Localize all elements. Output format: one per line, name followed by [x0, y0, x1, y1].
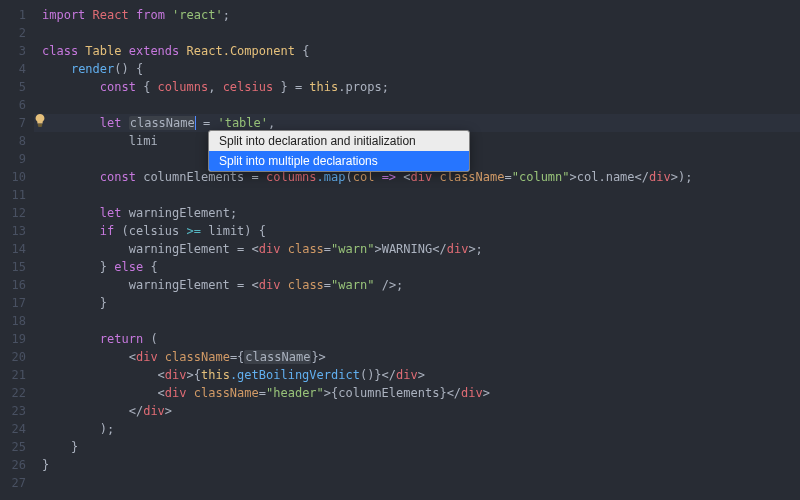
line-number-gutter: 1 2 3 4 5 6 7 8 9 10 11 12 13 14 15 16 1… [0, 0, 34, 500]
code-line[interactable]: let warningElement; [34, 204, 800, 222]
line-number: 6 [0, 96, 26, 114]
line-number: 26 [0, 456, 26, 474]
code-line[interactable]: warningElement = <div class="warn">WARNI… [34, 240, 800, 258]
line-number: 18 [0, 312, 26, 330]
line-number: 2 [0, 24, 26, 42]
line-number: 20 [0, 348, 26, 366]
line-number: 24 [0, 420, 26, 438]
intention-item-split-multiple-declarations[interactable]: Split into multiple declarations [209, 151, 469, 171]
line-number: 12 [0, 204, 26, 222]
code-line[interactable]: class Table extends React.Component { [34, 42, 800, 60]
svg-rect-1 [38, 126, 42, 127]
svg-rect-0 [38, 124, 42, 125]
code-line[interactable] [34, 186, 800, 204]
selected-identifier[interactable]: className [129, 116, 196, 130]
line-number: 1 [0, 6, 26, 24]
code-area[interactable]: import React from 'react'; class Table e… [34, 0, 800, 500]
code-line[interactable]: } [34, 294, 800, 312]
code-line[interactable]: } else { [34, 258, 800, 276]
code-line[interactable]: } [34, 438, 800, 456]
line-number: 22 [0, 384, 26, 402]
code-line[interactable]: render() { [34, 60, 800, 78]
code-line[interactable]: } [34, 456, 800, 474]
line-number: 25 [0, 438, 26, 456]
code-line[interactable]: <div className="header">{columnElements}… [34, 384, 800, 402]
line-number: 4 [0, 60, 26, 78]
line-number: 10 [0, 168, 26, 186]
line-number: 5 [0, 78, 26, 96]
line-number: 17 [0, 294, 26, 312]
code-line[interactable] [34, 312, 800, 330]
code-line[interactable] [34, 24, 800, 42]
code-line[interactable]: <div>{this.getBoilingVerdict()}</div> [34, 366, 800, 384]
line-number: 14 [0, 240, 26, 258]
code-line[interactable]: if (celsius >= limit) { [34, 222, 800, 240]
code-line[interactable]: </div> [34, 402, 800, 420]
line-number: 15 [0, 258, 26, 276]
code-line[interactable]: import React from 'react'; [34, 6, 800, 24]
intention-actions-popup[interactable]: Split into declaration and initializatio… [208, 130, 470, 172]
line-number: 27 [0, 474, 26, 492]
code-editor[interactable]: 1 2 3 4 5 6 7 8 9 10 11 12 13 14 15 16 1… [0, 0, 800, 500]
code-line[interactable]: const { columns, celsius } = this.props; [34, 78, 800, 96]
lightbulb-icon[interactable] [33, 113, 47, 127]
line-number: 7 [0, 114, 26, 132]
code-line[interactable] [34, 96, 800, 114]
code-line[interactable]: return ( [34, 330, 800, 348]
line-number: 21 [0, 366, 26, 384]
line-number: 11 [0, 186, 26, 204]
line-number: 16 [0, 276, 26, 294]
code-line[interactable] [34, 474, 800, 492]
code-line[interactable]: warningElement = <div class="warn" />; [34, 276, 800, 294]
line-number: 3 [0, 42, 26, 60]
line-number: 13 [0, 222, 26, 240]
code-line[interactable]: ); [34, 420, 800, 438]
line-number: 9 [0, 150, 26, 168]
code-line[interactable]: <div className={className}> [34, 348, 800, 366]
line-number: 23 [0, 402, 26, 420]
line-number: 8 [0, 132, 26, 150]
intention-item-split-declaration-init[interactable]: Split into declaration and initializatio… [209, 131, 469, 151]
line-number: 19 [0, 330, 26, 348]
